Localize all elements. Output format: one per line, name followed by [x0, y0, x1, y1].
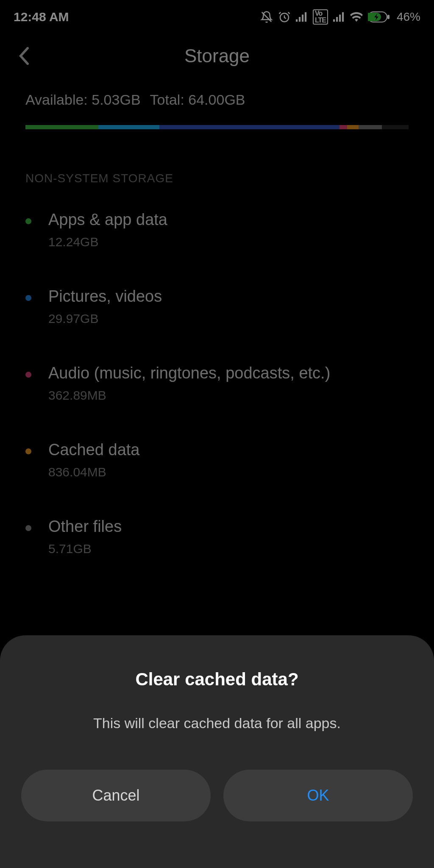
svg-rect-6 [333, 19, 335, 22]
status-bar: 12:48 AM VoLTE [0, 0, 434, 29]
alarm-icon [278, 11, 291, 23]
storage-bar-segment [98, 125, 160, 129]
storage-bar-segment [347, 125, 359, 129]
storage-item-size: 362.89MB [48, 388, 330, 403]
cancel-button[interactable]: Cancel [21, 770, 211, 821]
battery-text: 46% [397, 10, 420, 24]
svg-rect-9 [342, 12, 344, 22]
storage-bar-segment [25, 125, 98, 129]
svg-rect-5 [305, 12, 306, 22]
clear-cache-dialog: Clear cached data? This will clear cache… [0, 635, 434, 868]
available-value: 5.03GB [92, 92, 140, 108]
category-dot-icon [25, 218, 31, 224]
svg-rect-8 [339, 14, 341, 22]
signal-icon [296, 12, 308, 22]
ok-button[interactable]: OK [223, 770, 413, 821]
page-title: Storage [184, 45, 250, 67]
storage-item-title: Audio (music, ringtones, podcasts, etc.) [48, 364, 330, 382]
battery-icon [368, 11, 390, 22]
storage-item[interactable]: Cached data836.04MB [25, 441, 409, 479]
storage-item[interactable]: Pictures, videos29.97GB [25, 287, 409, 326]
storage-item-size: 29.97GB [48, 312, 162, 326]
total-value: 64.00GB [188, 92, 245, 108]
storage-summary: Available: 5.03GB Total: 64.00GB [0, 79, 434, 129]
signal-icon [333, 12, 345, 22]
storage-bar [25, 125, 409, 129]
section-label: NON-SYSTEM STORAGE [0, 172, 434, 185]
svg-rect-3 [299, 17, 300, 22]
mute-icon [260, 11, 273, 23]
storage-item[interactable]: Apps & app data12.24GB [25, 211, 409, 249]
svg-rect-4 [302, 14, 303, 22]
storage-bar-segment [159, 125, 339, 129]
storage-item-title: Apps & app data [48, 211, 167, 229]
storage-item-size: 5.71GB [48, 542, 122, 556]
storage-item[interactable]: Other files5.71GB [25, 517, 409, 556]
dialog-message: This will clear cached data for all apps… [21, 715, 413, 732]
category-dot-icon [25, 372, 31, 378]
storage-bar-segment [359, 125, 381, 129]
storage-list: Apps & app data12.24GBPictures, videos29… [0, 211, 434, 556]
total-label: Total: [150, 92, 184, 108]
dialog-title: Clear cached data? [21, 669, 413, 690]
volte-icon: VoLTE [313, 9, 328, 25]
status-time: 12:48 AM [14, 10, 69, 24]
storage-item-size: 836.04MB [48, 465, 140, 479]
wifi-icon [350, 12, 363, 22]
storage-item-title: Cached data [48, 441, 140, 459]
svg-rect-7 [336, 17, 338, 22]
storage-item-title: Pictures, videos [48, 287, 162, 306]
svg-rect-11 [387, 15, 389, 19]
chevron-left-icon [18, 47, 30, 65]
category-dot-icon [25, 448, 31, 454]
category-dot-icon [25, 525, 31, 531]
page-header: Storage [0, 29, 434, 79]
storage-bar-segment [382, 125, 409, 129]
storage-item[interactable]: Audio (music, ringtones, podcasts, etc.)… [25, 364, 409, 403]
svg-rect-2 [296, 19, 298, 22]
available-label: Available: [25, 92, 88, 108]
storage-item-title: Other files [48, 517, 122, 536]
storage-item-size: 12.24GB [48, 235, 167, 249]
storage-bar-segment [339, 125, 347, 129]
back-button[interactable] [14, 46, 34, 66]
category-dot-icon [25, 295, 31, 301]
